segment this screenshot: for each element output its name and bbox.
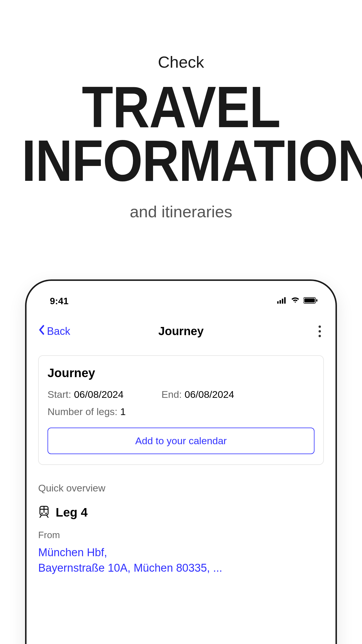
legs-value: 1 [120, 406, 126, 417]
overview-title: Quick overview [38, 482, 324, 494]
back-button[interactable]: Back [38, 325, 70, 338]
svg-rect-1 [280, 300, 281, 304]
from-address-line2: Bayernstraße 10A, Müchen 80335, ... [38, 560, 324, 576]
status-icons [277, 297, 318, 305]
promo-check-text: Check [0, 52, 362, 71]
cellular-signal-icon [277, 297, 287, 305]
more-icon [319, 330, 321, 332]
start-date: Start: 06/08/2024 [48, 389, 124, 400]
chevron-left-icon [38, 325, 45, 338]
svg-line-13 [47, 516, 48, 517]
svg-rect-2 [282, 299, 283, 304]
promo-title-line1: TRAVEL [22, 80, 340, 134]
start-value: 06/08/2024 [74, 389, 124, 400]
svg-rect-0 [277, 301, 279, 304]
navigation-bar: Back Journey [27, 310, 335, 346]
back-label: Back [47, 325, 70, 337]
from-address-link[interactable]: München Hbf, Bayernstraße 10A, Müchen 80… [38, 545, 324, 576]
legs-count: Number of legs: 1 [48, 406, 314, 417]
train-icon [38, 506, 50, 519]
overview-section: Quick overview Leg 4 From München Hbf, B… [27, 474, 335, 584]
svg-line-12 [40, 516, 41, 517]
date-row: Start: 06/08/2024 End: 06/08/2024 [48, 389, 314, 400]
from-label: From [38, 530, 324, 540]
legs-label: Number of legs: [48, 406, 120, 417]
wifi-icon [291, 297, 300, 305]
svg-rect-5 [304, 298, 315, 302]
add-to-calendar-button[interactable]: Add to your calendar [48, 428, 314, 454]
card-title: Journey [48, 366, 314, 380]
end-label: End: [161, 389, 184, 400]
svg-rect-6 [316, 299, 317, 302]
svg-point-11 [45, 513, 47, 514]
promo-title: TRAVEL INFORMATION [22, 80, 340, 188]
more-icon [319, 326, 321, 328]
promo-title-line2: INFORMATION [22, 134, 340, 188]
status-time: 9:41 [50, 296, 68, 307]
leg-title: Leg 4 [56, 505, 88, 519]
promo-header: Check TRAVEL INFORMATION and itineraries [0, 0, 362, 221]
start-label: Start: [48, 389, 74, 400]
promo-subtitle: and itineraries [0, 202, 362, 221]
more-menu-button[interactable] [319, 326, 321, 337]
phone-frame: 9:41 [25, 279, 337, 644]
svg-rect-3 [284, 297, 286, 304]
end-date: End: 06/08/2024 [161, 389, 234, 400]
leg-header: Leg 4 [38, 505, 324, 519]
svg-point-10 [41, 513, 43, 514]
journey-card: Journey Start: 06/08/2024 End: 06/08/202… [38, 355, 324, 465]
battery-icon [303, 297, 318, 305]
more-icon [319, 335, 321, 337]
page-title: Journey [158, 325, 204, 338]
from-address-line1: München Hbf, [38, 545, 324, 560]
end-value: 06/08/2024 [184, 389, 234, 400]
status-bar: 9:41 [27, 281, 335, 310]
